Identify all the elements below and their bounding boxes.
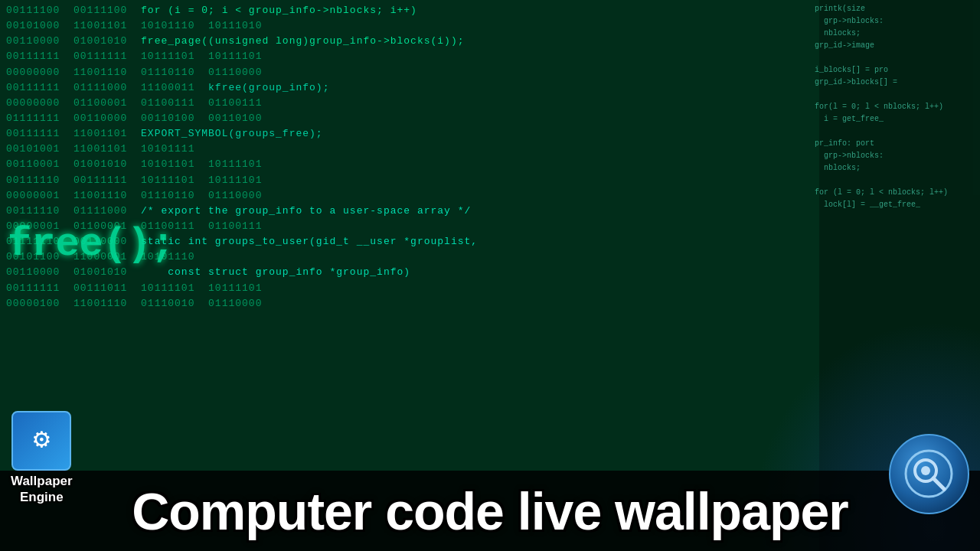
wallpaper-engine-icon-box: ⚙ (11, 411, 71, 471)
bottom-title: Computer code live wallpaper (132, 485, 848, 537)
steam-circle (889, 434, 969, 514)
large-code-text: free(); (0, 222, 175, 267)
svg-point-3 (921, 466, 930, 475)
background: 00111100 00111100 for (i = 0; i < group_… (0, 0, 980, 551)
svg-line-2 (933, 478, 944, 489)
wallpaper-engine-label: Wallpaper Engine (11, 474, 73, 505)
steam-logo-svg (904, 449, 954, 499)
wallpaper-engine-icon[interactable]: ⚙ Wallpaper Engine (11, 411, 73, 505)
bottom-bar: Computer code live wallpaper (0, 471, 980, 551)
gear-icon: ⚙ (33, 427, 50, 455)
steam-icon[interactable] (889, 434, 969, 514)
